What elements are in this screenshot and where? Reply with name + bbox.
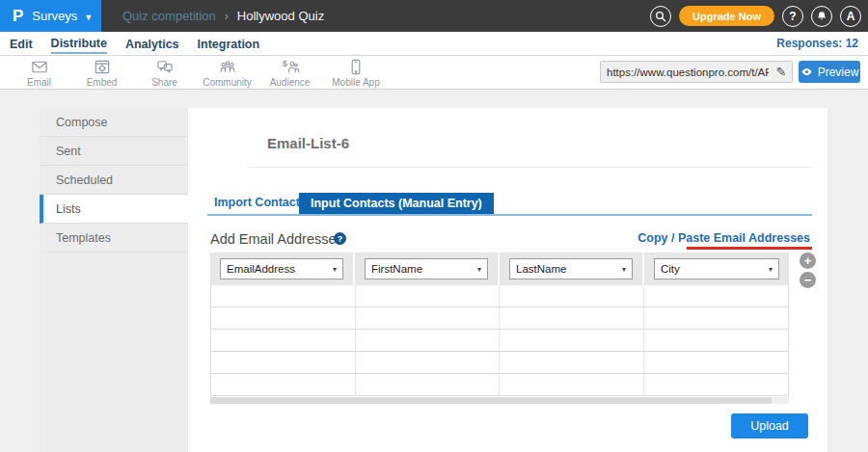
nav-item-edit[interactable]: Edit <box>10 35 33 53</box>
table-row <box>211 285 788 307</box>
distribute-toolbar: Email Embed Share <box>0 56 868 90</box>
tab-import-contacts[interactable]: Import Contacts <box>214 196 307 209</box>
tool-email[interactable]: Email <box>8 58 70 88</box>
tool-label: Share <box>151 77 177 88</box>
tool-label: Audience <box>270 77 311 88</box>
upload-button[interactable]: Upload <box>731 413 808 439</box>
table-cell[interactable] <box>211 374 356 395</box>
remove-row-button[interactable]: − <box>800 272 816 288</box>
red-underline-annotation <box>687 247 812 250</box>
share-icon <box>155 58 175 76</box>
nav-item-analytics[interactable]: Analytics <box>125 35 179 53</box>
tool-mobile-app[interactable]: Mobile App <box>321 58 391 88</box>
table-cell[interactable] <box>356 374 501 395</box>
preview-label: Preview <box>818 66 859 79</box>
svg-text:$: $ <box>282 59 286 68</box>
topbar-actions: Upgrade Now ? A <box>650 6 868 27</box>
survey-url-box: ✎ <box>600 61 793 83</box>
responses-count[interactable]: Responses: 12 <box>776 37 858 50</box>
table-cell[interactable] <box>644 330 789 351</box>
table-cell[interactable] <box>356 330 501 351</box>
sidebar-item-scheduled[interactable]: Scheduled <box>40 166 188 195</box>
breadcrumb-separator: › <box>225 10 229 23</box>
column-select-firstname[interactable]: FirstName ▾ <box>365 258 488 279</box>
tabs-underline <box>207 214 812 216</box>
tool-community[interactable]: Community <box>196 58 258 88</box>
table-cell[interactable] <box>500 307 644 329</box>
preview-button[interactable]: Preview <box>799 61 860 83</box>
edit-url-icon[interactable]: ✎ <box>771 65 792 79</box>
product-name: Surveys <box>32 9 77 23</box>
horizontal-scrollbar <box>210 397 789 404</box>
breadcrumb-current: Hollywood Quiz <box>237 9 324 23</box>
select-caret-icon: ▾ <box>477 265 481 274</box>
section-title: Add Email Addresses <box>210 231 343 247</box>
nav-item-distribute[interactable]: Distribute <box>51 34 107 54</box>
selected-option: City <box>661 263 680 275</box>
select-caret-icon: ▾ <box>769 265 773 274</box>
eye-icon <box>800 66 813 78</box>
table-cell[interactable] <box>644 307 789 329</box>
sidebar-item-lists[interactable]: Lists <box>40 195 188 224</box>
select-caret-icon: ▾ <box>333 265 337 274</box>
header-cell: FirstName ▾ <box>355 253 500 285</box>
table-row <box>211 374 788 396</box>
tool-embed[interactable]: Embed <box>70 58 133 88</box>
page-title: Email-List-6 <box>267 135 349 151</box>
table-cell[interactable] <box>211 352 356 373</box>
notifications-button[interactable] <box>811 6 832 27</box>
table-cell[interactable] <box>356 307 501 329</box>
table-cell[interactable] <box>356 352 501 373</box>
sidebar-item-compose[interactable]: Compose <box>40 108 188 137</box>
tool-share[interactable]: Share <box>133 58 196 88</box>
email-icon <box>30 58 49 76</box>
questionpro-logo-icon: P <box>13 7 23 26</box>
contacts-table-header: EmailAddress ▾ FirstName ▾ LastName ▾ Ci… <box>210 253 789 285</box>
table-cell[interactable] <box>211 330 356 351</box>
column-select-lastname[interactable]: LastName ▾ <box>509 258 633 279</box>
mobile-app-icon <box>346 58 366 76</box>
column-select-city[interactable]: City ▾ <box>654 258 779 279</box>
tool-label: Embed <box>87 77 118 88</box>
sidebar-item-templates[interactable]: Templates <box>40 224 188 253</box>
avatar[interactable]: A <box>840 6 861 27</box>
selected-option: LastName <box>516 263 566 275</box>
table-cell[interactable] <box>500 330 644 351</box>
contacts-table-body <box>210 285 789 396</box>
add-row-button[interactable]: + <box>800 253 816 269</box>
help-icon[interactable]: ? <box>334 232 346 245</box>
select-caret-icon: ▾ <box>622 265 626 274</box>
column-select-emailaddress[interactable]: EmailAddress ▾ <box>220 258 343 279</box>
table-row <box>211 307 788 330</box>
header-cell: EmailAddress ▾ <box>210 253 355 285</box>
topbar: P Surveys ▼ Quiz competition › Hollywood… <box>0 0 868 32</box>
table-row <box>211 352 788 374</box>
sidebar-item-sent[interactable]: Sent <box>40 137 188 166</box>
breadcrumb: Quiz competition › Hollywood Quiz <box>122 9 324 23</box>
search-button[interactable] <box>650 6 671 27</box>
help-button[interactable]: ? <box>782 6 803 27</box>
nav-item-integration[interactable]: Integration <box>198 35 260 53</box>
table-cell[interactable] <box>644 285 789 306</box>
table-cell[interactable] <box>500 374 644 395</box>
surveys-menu[interactable]: P Surveys ▼ <box>0 0 101 32</box>
table-cell[interactable] <box>644 374 789 395</box>
tool-audience[interactable]: $ Audience <box>258 58 321 88</box>
table-cell[interactable] <box>644 352 789 373</box>
table-cell[interactable] <box>500 352 644 373</box>
upgrade-now-button[interactable]: Upgrade Now <box>679 6 774 26</box>
list-detail-panel: Email-List-6 Import Contacts Input Conta… <box>188 108 827 452</box>
community-icon <box>218 58 237 76</box>
survey-url-input[interactable] <box>601 66 771 78</box>
copy-paste-email-link[interactable]: Copy / Paste Email Addresses <box>637 231 810 245</box>
scrollbar-thumb[interactable] <box>210 397 772 404</box>
breadcrumb-parent[interactable]: Quiz competition <box>122 9 216 23</box>
survey-nav: Edit Distribute Analytics Integration Re… <box>0 32 868 56</box>
table-cell[interactable] <box>211 307 356 329</box>
table-cell[interactable] <box>500 285 644 306</box>
tab-input-contacts-manual[interactable]: Input Contacts (Manual Entry) <box>299 193 494 215</box>
tool-label: Community <box>203 77 252 88</box>
table-cell[interactable] <box>211 285 356 306</box>
chevron-down-icon: ▼ <box>84 13 93 22</box>
table-cell[interactable] <box>356 285 501 306</box>
